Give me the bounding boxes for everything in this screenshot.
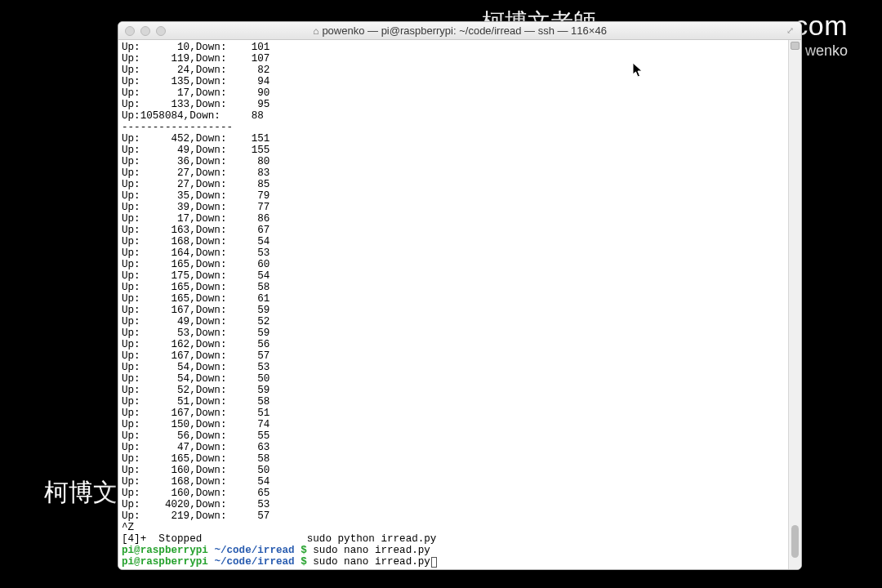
output-line: Up: 163,Down: 67 <box>122 225 785 236</box>
output-line: Up: 167,Down: 59 <box>122 305 785 316</box>
output-line: Up: 17,Down: 86 <box>122 213 785 225</box>
output-line: Up: 54,Down: 53 <box>122 362 785 373</box>
output-line: Up: 27,Down: 85 <box>122 179 785 190</box>
output-line: Up: 165,Down: 58 <box>122 453 785 465</box>
output-line: Up: 56,Down: 55 <box>122 430 785 442</box>
output-line: Up: 168,Down: 54 <box>122 476 785 488</box>
watermark-wenko: wenko <box>805 42 848 60</box>
output-line: Up: 165,Down: 60 <box>122 259 785 270</box>
output-line: Up: 49,Down: 155 <box>122 145 785 156</box>
terminal-content[interactable]: Up: 10,Down: 101Up: 119,Down: 107Up: 24,… <box>118 40 788 569</box>
scroll-top-marker <box>791 42 800 50</box>
output-line: Up: 10,Down: 101 <box>122 42 785 53</box>
terminal-window: ⌂ powenko — pi@raspberrypi: ~/code/irrea… <box>118 21 802 570</box>
watermark-bottom-cn: 柯博文 <box>44 476 118 510</box>
output-line: Up: 162,Down: 56 <box>122 339 785 350</box>
output-line: Up: 164,Down: 53 <box>122 247 785 259</box>
output-line: Up: 135,Down: 94 <box>122 76 785 87</box>
window-title-text: powenko — pi@raspberrypi: ~/code/irread … <box>322 24 607 37</box>
output-line: Up: 36,Down: 80 <box>122 156 785 167</box>
output-line: Up: 168,Down: 54 <box>122 236 785 247</box>
ctrl-z-line: ^Z <box>122 522 785 533</box>
output-line: Up: 167,Down: 51 <box>122 408 785 419</box>
cursor <box>431 557 437 568</box>
output-line: Up: 150,Down: 74 <box>122 419 785 430</box>
output-line: Up: 49,Down: 52 <box>122 316 785 327</box>
prompt-line: pi@raspberrypi ~/code/irread $ sudo nano… <box>122 545 785 556</box>
output-line: Up: 17,Down: 90 <box>122 87 785 99</box>
output-line: Up: 165,Down: 61 <box>122 293 785 305</box>
output-line: Up: 51,Down: 58 <box>122 396 785 408</box>
output-line: Up: 119,Down: 107 <box>122 53 785 65</box>
output-line: Up: 167,Down: 57 <box>122 350 785 362</box>
output-line: ------------------ <box>122 122 785 133</box>
scrollbar[interactable] <box>788 40 801 569</box>
home-icon: ⌂ <box>313 25 318 37</box>
output-line: Up: 47,Down: 63 <box>122 442 785 453</box>
output-line: Up: 133,Down: 95 <box>122 99 785 110</box>
output-line: Up:1058084,Down: 88 <box>122 110 785 122</box>
fullscreen-icon[interactable]: ⤢ <box>786 25 796 35</box>
output-line: Up: 39,Down: 77 <box>122 202 785 213</box>
window-title: ⌂ powenko — pi@raspberrypi: ~/code/irrea… <box>118 24 801 37</box>
output-line: Up: 24,Down: 82 <box>122 65 785 76</box>
scroll-thumb[interactable] <box>791 525 799 558</box>
stopped-line: [4]+ Stopped sudo python irread.py <box>122 533 785 545</box>
output-line: Up: 35,Down: 79 <box>122 190 785 202</box>
output-line: Up: 54,Down: 50 <box>122 373 785 385</box>
output-line: Up: 452,Down: 151 <box>122 133 785 145</box>
output-line: Up: 219,Down: 57 <box>122 510 785 522</box>
output-line: Up: 4020,Down: 53 <box>122 499 785 510</box>
output-line: Up: 53,Down: 59 <box>122 327 785 339</box>
prompt-line[interactable]: pi@raspberrypi ~/code/irread $ sudo nano… <box>122 556 785 568</box>
output-line: Up: 52,Down: 59 <box>122 385 785 396</box>
output-line: Up: 175,Down: 54 <box>122 270 785 282</box>
titlebar[interactable]: ⌂ powenko — pi@raspberrypi: ~/code/irrea… <box>118 22 801 40</box>
output-line: Up: 165,Down: 58 <box>122 282 785 293</box>
output-line: Up: 160,Down: 50 <box>122 465 785 476</box>
output-line: Up: 27,Down: 83 <box>122 167 785 179</box>
output-line: Up: 160,Down: 65 <box>122 488 785 499</box>
terminal-body[interactable]: Up: 10,Down: 101Up: 119,Down: 107Up: 24,… <box>118 40 801 569</box>
